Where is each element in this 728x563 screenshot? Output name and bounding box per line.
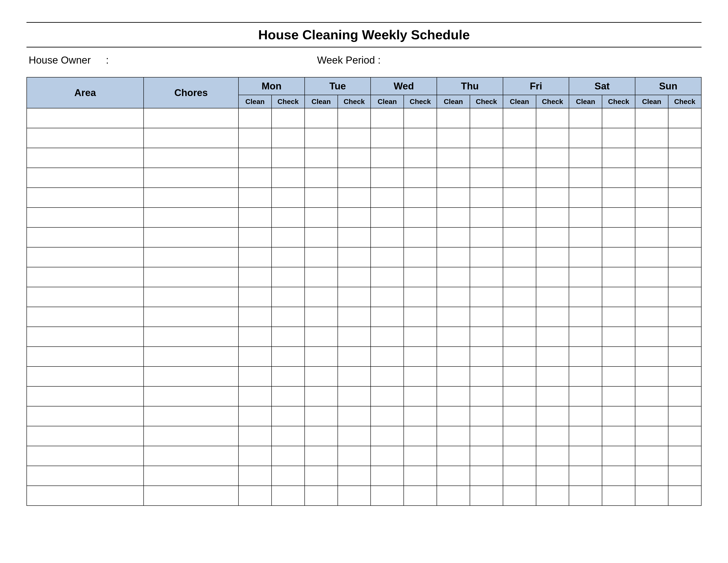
cell-day	[635, 426, 668, 446]
cell-day	[404, 327, 437, 347]
cell-day	[569, 267, 602, 287]
cell-day	[371, 426, 404, 446]
table-row	[27, 207, 701, 227]
cell-day	[305, 168, 338, 188]
owner-colon: :	[106, 54, 109, 66]
cell-day	[338, 128, 371, 148]
cell-day	[668, 307, 701, 327]
cell-day	[536, 406, 569, 426]
cell-day	[437, 188, 470, 207]
cell-area	[27, 426, 144, 446]
page-title: House Cleaning Weekly Schedule	[26, 27, 702, 42]
cell-day	[470, 367, 503, 386]
cell-day	[569, 347, 602, 367]
cell-day	[338, 386, 371, 406]
cell-day	[371, 108, 404, 128]
cell-day	[404, 247, 437, 267]
cell-day	[238, 327, 272, 347]
cell-day	[338, 426, 371, 446]
cell-day	[503, 486, 536, 506]
cell-area	[27, 367, 144, 386]
cell-day	[272, 446, 305, 466]
cell-day	[635, 307, 668, 327]
cell-day	[404, 446, 437, 466]
cell-day	[668, 128, 701, 148]
cell-day	[470, 446, 503, 466]
cell-day	[536, 367, 569, 386]
cell-day	[602, 406, 635, 426]
cell-day	[602, 446, 635, 466]
cell-day	[272, 148, 305, 168]
period-label: Week Period :	[317, 54, 381, 66]
table-row	[27, 386, 701, 406]
cell-day	[338, 367, 371, 386]
cell-day	[470, 247, 503, 267]
header-sub-check: Check	[470, 95, 503, 108]
cell-day	[338, 267, 371, 287]
cell-day	[569, 446, 602, 466]
cell-day	[536, 227, 569, 247]
cell-day	[338, 148, 371, 168]
cell-day	[470, 466, 503, 486]
cell-day	[371, 307, 404, 327]
cell-area	[27, 148, 144, 168]
cell-day	[238, 367, 272, 386]
cell-day	[470, 307, 503, 327]
cell-day	[305, 426, 338, 446]
cell-chores	[144, 406, 238, 426]
cell-day	[536, 128, 569, 148]
cell-area	[27, 247, 144, 267]
cell-area	[27, 307, 144, 327]
cell-day	[437, 267, 470, 287]
cell-day	[371, 327, 404, 347]
cell-day	[668, 287, 701, 307]
cell-day	[635, 406, 668, 426]
cell-day	[272, 426, 305, 446]
cell-day	[437, 386, 470, 406]
cell-day	[569, 227, 602, 247]
cell-day	[668, 148, 701, 168]
cell-day	[305, 148, 338, 168]
cell-day	[503, 128, 536, 148]
table-row	[27, 148, 701, 168]
cell-day	[371, 287, 404, 307]
cell-day	[668, 367, 701, 386]
cell-area	[27, 168, 144, 188]
cell-day	[238, 108, 272, 128]
header-day-fri: Fri	[503, 77, 569, 95]
cell-day	[338, 287, 371, 307]
cell-day	[305, 227, 338, 247]
cell-chores	[144, 367, 238, 386]
cell-day	[536, 486, 569, 506]
table-row	[27, 287, 701, 307]
cell-day	[503, 247, 536, 267]
cell-day	[404, 406, 437, 426]
cell-day	[569, 287, 602, 307]
cell-day	[503, 347, 536, 367]
cell-day	[404, 386, 437, 406]
cell-area	[27, 188, 144, 207]
cell-day	[338, 168, 371, 188]
cell-day	[503, 386, 536, 406]
cell-day	[371, 168, 404, 188]
cell-day	[503, 466, 536, 486]
cell-day	[536, 287, 569, 307]
cell-day	[470, 386, 503, 406]
table-row	[27, 128, 701, 148]
cell-day	[470, 128, 503, 148]
cell-day	[668, 267, 701, 287]
cell-day	[272, 247, 305, 267]
period-field: Week Period :	[317, 54, 381, 66]
cell-day	[569, 128, 602, 148]
cell-day	[602, 108, 635, 128]
cell-day	[668, 426, 701, 446]
cell-day	[470, 327, 503, 347]
table-body	[27, 108, 701, 506]
cell-day	[371, 347, 404, 367]
cell-chores	[144, 267, 238, 287]
cell-day	[238, 148, 272, 168]
cell-day	[404, 466, 437, 486]
cell-day	[437, 426, 470, 446]
cell-day	[404, 426, 437, 446]
header-day-sun: Sun	[635, 77, 701, 95]
